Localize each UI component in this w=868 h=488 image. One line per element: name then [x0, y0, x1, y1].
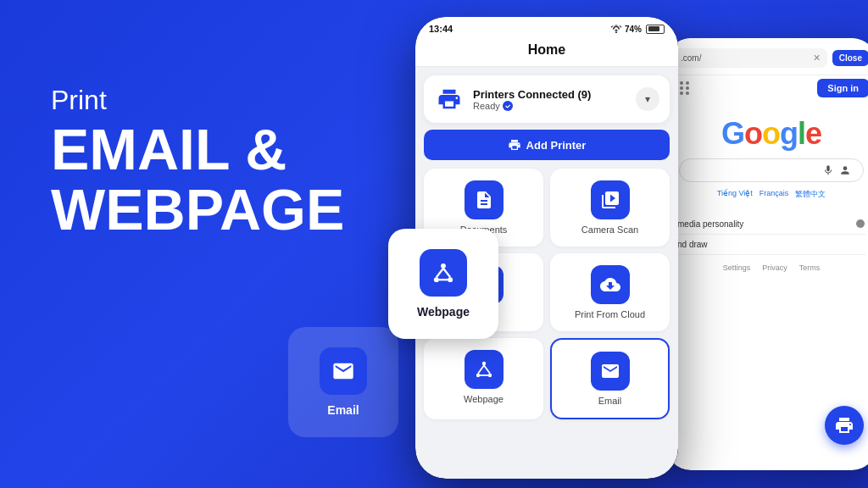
documents-icon: [465, 180, 504, 219]
svg-line-3: [437, 269, 443, 278]
language-row: Tiếng Việt Français 繁體中文: [717, 189, 826, 200]
settings-link: Settings: [723, 263, 751, 272]
phone-title: Home: [528, 42, 565, 57]
close-x: ✕: [813, 53, 821, 64]
left-text-area: Print EMAIL & WEBPAGE: [51, 85, 344, 241]
svg-point-13: [843, 166, 848, 170]
grid-item-print-cloud[interactable]: Print From Cloud: [550, 253, 670, 331]
webpage-card-label: Webpage: [417, 305, 470, 319]
google-logo: Google: [721, 116, 821, 152]
time: 13:44: [429, 24, 453, 34]
headline: EMAIL & WEBPAGE: [51, 119, 344, 241]
email-card-label: Email: [327, 403, 359, 417]
link-item-1: media personality: [677, 214, 865, 235]
print-cloud-icon: [591, 265, 630, 304]
expand-printer-btn[interactable]: ▾: [636, 87, 659, 111]
browser-close-button[interactable]: Close: [832, 50, 868, 66]
browser-screen: .com/ ✕ Close Sign in Google: [665, 38, 868, 470]
headline-line2: WEBPAGE: [51, 177, 344, 241]
headline-line1: EMAIL &: [51, 117, 287, 181]
terms-link: Terms: [799, 263, 821, 272]
webpage-grid-label: Webpage: [464, 394, 504, 404]
sign-in-button[interactable]: Sign in: [817, 79, 868, 97]
status-bar: 13:44 74%: [415, 17, 678, 37]
print-fab-button[interactable]: [825, 406, 864, 445]
webpage-icon: [465, 350, 504, 389]
camera-scan-label: Camera Scan: [581, 225, 638, 235]
grid-item-email[interactable]: Email: [550, 338, 670, 419]
svg-point-0: [441, 263, 446, 269]
print-label: Print: [51, 85, 344, 116]
battery-icon: [646, 25, 665, 34]
svg-line-10: [478, 365, 484, 374]
link-text-1: media personality: [677, 219, 743, 229]
printer-status-card[interactable]: Printers Connected (9) Ready ▾: [424, 75, 670, 123]
printer-status: Ready: [473, 101, 627, 111]
printer-icon: [434, 84, 465, 114]
phone-browser: .com/ ✕ Close Sign in Google: [665, 38, 868, 470]
lang-fr: Français: [760, 189, 789, 200]
print-cloud-label: Print From Cloud: [575, 309, 645, 319]
url-bar[interactable]: .com/ ✕: [674, 48, 827, 68]
grid-row-3: Webpage Email: [424, 338, 670, 419]
email-icon: [591, 352, 630, 391]
browser-toolbar: Sign in: [665, 75, 868, 103]
lang-vi: Tiếng Việt: [717, 189, 753, 200]
add-printer-label: Add Printer: [526, 139, 587, 152]
email-floating-card[interactable]: Email: [288, 327, 398, 437]
grid-item-camera-scan[interactable]: Camera Scan: [550, 169, 670, 247]
lang-zh: 繁體中文: [795, 189, 826, 200]
google-area: Google Tiếng Việt Français 繁體中文: [665, 103, 868, 214]
grid-item-webpage[interactable]: Webpage: [424, 338, 543, 419]
privacy-link: Privacy: [762, 263, 787, 272]
url-text: .com/: [681, 53, 701, 63]
camera-scan-icon: [591, 180, 630, 219]
phone-header: Home: [415, 37, 678, 67]
printer-info: Printers Connected (9) Ready: [473, 88, 627, 111]
email-card-icon: [320, 347, 367, 395]
status-dot: [503, 101, 513, 111]
google-search-bar[interactable]: [679, 158, 864, 182]
svg-line-11: [484, 365, 490, 374]
browser-bar: .com/ ✕ Close: [665, 38, 868, 75]
battery-pct: 74%: [625, 25, 642, 34]
svg-point-14: [856, 219, 865, 228]
email-grid-label: Email: [598, 396, 622, 406]
link-item-2: nd draw: [677, 235, 865, 255]
link-text-2: nd draw: [677, 240, 708, 249]
svg-point-6: [615, 32, 617, 34]
status-icons: 74%: [610, 25, 665, 34]
webpage-floating-card[interactable]: Webpage: [388, 229, 498, 339]
browser-footer: Settings Privacy Terms: [665, 255, 868, 280]
add-printer-button[interactable]: Add Printer: [424, 130, 670, 160]
browser-links: media personality nd draw: [665, 214, 868, 255]
webpage-card-icon: [420, 249, 467, 297]
svg-line-4: [443, 269, 450, 278]
printer-name: Printers Connected (9): [473, 88, 627, 101]
svg-point-7: [481, 362, 485, 365]
